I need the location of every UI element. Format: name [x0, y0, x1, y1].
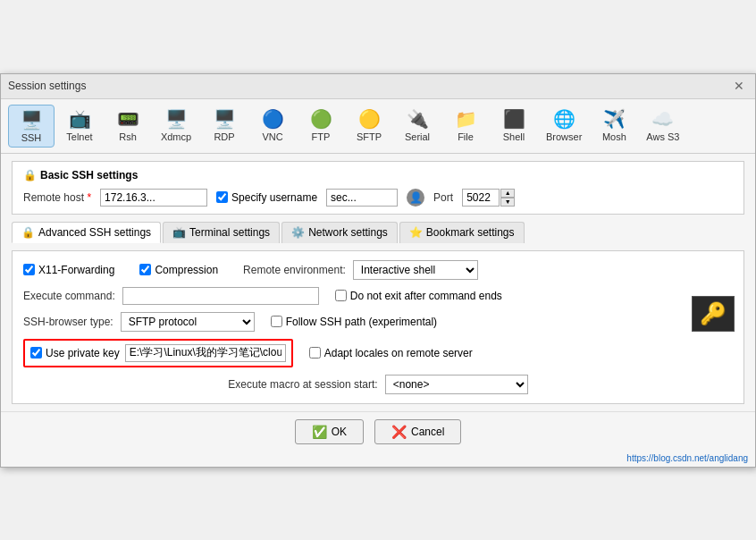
- cancel-icon: ❌: [391, 425, 407, 439]
- follow-ssh-path-checkbox[interactable]: [271, 316, 282, 327]
- execute-macro-row: Execute macro at session start: <none>: [23, 375, 733, 394]
- rdp-icon: 🖥️: [214, 108, 236, 130]
- remote-host-input[interactable]: [100, 189, 207, 207]
- file-label: File: [458, 131, 474, 142]
- serial-icon: 🔌: [407, 108, 429, 130]
- mosh-label: Mosh: [602, 131, 626, 142]
- adv-row-2: Execute command: Do not exit after comma…: [23, 287, 733, 305]
- sftp-icon: 🟡: [358, 108, 381, 130]
- browser-label: Browser: [546, 131, 582, 142]
- toolbar-item-file[interactable]: 📁 File: [442, 105, 489, 148]
- ok-icon: ✅: [312, 425, 327, 439]
- tab-terminal-settings[interactable]: 📺 Terminal settings: [163, 222, 280, 243]
- port-spinner: ▲ ▼: [462, 189, 515, 207]
- advanced-left: X11-Forwarding Compression Remote enviro…: [23, 260, 733, 394]
- do-not-exit-checkbox[interactable]: [335, 290, 347, 301]
- watermark: https://blog.csdn.net/anglidang: [1, 451, 755, 467]
- adapt-locales-checkbox[interactable]: [309, 347, 321, 359]
- private-key-input[interactable]: [125, 344, 286, 362]
- browser-icon: 🌐: [553, 108, 575, 130]
- ok-button[interactable]: ✅ OK: [295, 419, 364, 444]
- close-button[interactable]: ✕: [730, 79, 748, 93]
- toolbar-item-sftp[interactable]: 🟡 SFTP: [346, 105, 392, 148]
- main-content: 🔒 Basic SSH settings Remote host Specify…: [1, 154, 755, 411]
- specify-username-label: Specify username: [231, 191, 317, 204]
- sftp-label: SFTP: [357, 131, 382, 142]
- adv-row-4: Use private key Adapt locales on remote …: [23, 339, 733, 367]
- compression-label[interactable]: Compression: [139, 264, 218, 276]
- dialog-title: Session settings: [8, 80, 86, 92]
- execute-macro-label: Execute macro at session start:: [228, 378, 377, 391]
- file-icon: 📁: [455, 108, 477, 130]
- toolbar-item-mosh[interactable]: ✈️ Mosh: [591, 105, 637, 148]
- rdp-label: RDP: [214, 131, 234, 142]
- footer: ✅ OK ❌ Cancel: [1, 411, 755, 451]
- specify-username-checkbox[interactable]: [216, 191, 228, 203]
- tab-advanced-ssh[interactable]: 🔒 Advanced SSH settings: [12, 222, 161, 243]
- telnet-label: Telnet: [66, 131, 92, 142]
- tab-network-settings[interactable]: ⚙️ Network settings: [281, 222, 398, 243]
- toolbar-item-shell[interactable]: ⬛ Shell: [491, 105, 537, 148]
- basic-ssh-title: 🔒 Basic SSH settings: [23, 169, 733, 181]
- toolbar-item-xdmcp[interactable]: 🖥️ Xdmcp: [153, 105, 199, 148]
- awss3-label: Aws S3: [646, 131, 679, 142]
- x11-forwarding-label[interactable]: X11-Forwarding: [23, 264, 114, 276]
- ssh-icon: 🖥️: [21, 109, 43, 131]
- ssh-browser-select[interactable]: SFTP protocol SCP protocol None: [121, 312, 255, 332]
- shell-icon: ⬛: [503, 108, 525, 130]
- xdmcp-icon: 🖥️: [165, 108, 188, 130]
- x11-forwarding-checkbox[interactable]: [23, 264, 35, 275]
- cancel-button[interactable]: ❌ Cancel: [374, 419, 461, 444]
- execute-command-label: Execute command:: [23, 290, 115, 302]
- tab-bookmark-settings[interactable]: ⭐ Bookmark settings: [399, 222, 525, 243]
- toolbar-item-rsh[interactable]: 📟 Rsh: [105, 105, 151, 148]
- tab-bar: 🔒 Advanced SSH settings 📺 Terminal setti…: [12, 222, 744, 243]
- session-settings-dialog: Session settings ✕ 🖥️ SSH 📺 Telnet 📟 Rsh…: [0, 73, 756, 468]
- advanced-ssh-tab-icon: 🔒: [21, 226, 35, 239]
- username-input[interactable]: [326, 189, 398, 207]
- toolbar-item-telnet[interactable]: 📺 Telnet: [56, 105, 103, 148]
- ftp-label: FTP: [312, 131, 331, 142]
- adv-row-3: SSH-browser type: SFTP protocol SCP prot…: [23, 312, 733, 332]
- user-avatar-icon[interactable]: 👤: [407, 189, 424, 207]
- terminal-tab-icon: 📺: [172, 226, 186, 239]
- use-private-key-checkbox[interactable]: [30, 347, 42, 359]
- private-key-row: Use private key: [23, 339, 293, 367]
- vnc-label: VNC: [262, 131, 282, 142]
- port-label: Port: [433, 191, 453, 204]
- advanced-main: X11-Forwarding Compression Remote enviro…: [23, 260, 733, 394]
- rsh-label: Rsh: [119, 131, 137, 142]
- remote-env-label: Remote environment:: [243, 264, 346, 276]
- toolbar-item-rdp[interactable]: 🖥️ RDP: [201, 105, 248, 148]
- toolbar: 🖥️ SSH 📺 Telnet 📟 Rsh 🖥️ Xdmcp 🖥️ RDP 🔵 …: [1, 99, 755, 154]
- toolbar-item-ftp[interactable]: 🟢 FTP: [298, 105, 344, 148]
- titlebar: Session settings ✕: [1, 74, 755, 99]
- execute-command-input[interactable]: [122, 287, 319, 305]
- adapt-locales-label[interactable]: Adapt locales on remote server: [309, 347, 473, 359]
- port-input[interactable]: [462, 189, 500, 207]
- toolbar-item-browser[interactable]: 🌐 Browser: [539, 105, 589, 148]
- port-down-button[interactable]: ▼: [500, 198, 515, 207]
- remote-environment-select[interactable]: Interactive shell Bash Zsh Custom: [353, 260, 478, 280]
- advanced-ssh-content: X11-Forwarding Compression Remote enviro…: [12, 250, 744, 404]
- follow-ssh-path-label[interactable]: Follow SSH path (experimental): [271, 316, 437, 328]
- vnc-icon: 🔵: [262, 108, 284, 130]
- ftp-icon: 🟢: [310, 108, 332, 130]
- toolbar-item-awss3[interactable]: ☁️ Aws S3: [639, 105, 686, 148]
- telnet-icon: 📺: [69, 108, 91, 130]
- compression-checkbox[interactable]: [139, 264, 151, 275]
- use-private-key-label[interactable]: Use private key: [30, 347, 120, 359]
- toolbar-item-ssh[interactable]: 🖥️ SSH: [8, 105, 55, 148]
- execute-macro-select[interactable]: <none>: [385, 375, 528, 394]
- ssh-browser-label: SSH-browser type:: [23, 316, 113, 328]
- specify-username-checkbox-label[interactable]: Specify username: [216, 191, 317, 204]
- port-up-button[interactable]: ▲: [500, 189, 515, 198]
- shell-label: Shell: [503, 131, 525, 142]
- remote-host-label: Remote host: [23, 191, 91, 204]
- do-not-exit-label[interactable]: Do not exit after command ends: [335, 290, 502, 302]
- toolbar-item-vnc[interactable]: 🔵 VNC: [249, 105, 296, 148]
- adv-row-1: X11-Forwarding Compression Remote enviro…: [23, 260, 733, 280]
- toolbar-item-serial[interactable]: 🔌 Serial: [394, 105, 441, 148]
- key-icon-box: 🔑: [692, 296, 735, 332]
- serial-label: Serial: [405, 131, 430, 142]
